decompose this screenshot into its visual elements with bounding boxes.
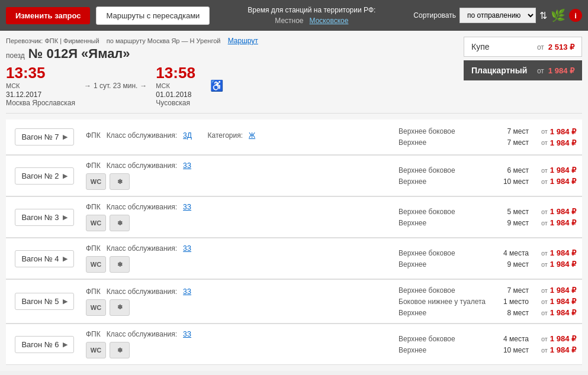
train-number: № 012Я «Ямал» [28,46,130,62]
seat-price-group-5-0: от 1 984 ₽ [529,334,576,343]
class-label-2: Класс обслуживания: [107,203,177,211]
seat-price-group-1-0: от 1 984 ₽ [529,166,576,174]
seat-price-2-1: 1 984 ₽ [550,218,576,227]
seat-type-2-0: Верхнее боковое [399,208,493,216]
wagon-icon-2-0: WC [86,215,106,231]
from-txt-3-1: от [541,261,548,268]
wagon-button-2[interactable]: Вагон № 3 ▶ [15,209,73,226]
class-val-1[interactable]: 3З [183,161,191,170]
seat-price-0-0: 1 984 ₽ [550,127,576,136]
class-val-4[interactable]: 3З [183,287,191,296]
change-request-button[interactable]: Изменить запрос [6,7,90,24]
seat-row: Верхнее 8 мест от 1 984 ₽ [399,308,576,317]
seat-row: Боковое нижнее у туалета 1 место от 1 98… [399,297,576,306]
wagon-carrier-5: ФПК [86,330,101,338]
wagon-row: Вагон № 6 ▶ ФПК Класс обслуживания: 3З W… [6,324,582,365]
wagon-btn-arrow-4: ▶ [63,298,68,305]
wagon-row: Вагон № 5 ▶ ФПК Класс обслуживания: 3З W… [6,280,582,324]
arr-station: Чусовская [156,99,195,107]
from-txt-0-0: от [541,128,548,135]
icons-row-1: WC❄ [86,173,393,190]
seat-price-group-3-1: от 1 984 ₽ [529,260,576,269]
sort-label: Сортировать [413,11,456,20]
seat-row: Верхнее 10 мест от 1 984 ₽ [399,177,576,186]
price-box-label-0: Купе [471,42,490,51]
from-txt-2-0: от [541,208,548,215]
seat-row: Верхнее боковое 7 мест от 1 984 ₽ [399,286,576,295]
class-label-1: Класс обслуживания: [107,161,177,170]
seat-price-group-4-0: от 1 984 ₽ [529,286,576,295]
from-txt-4-1: от [541,298,548,305]
seat-price-1-1: 1 984 ₽ [550,177,576,186]
class-val-0[interactable]: 3Д [183,131,192,140]
from-txt-1-0: от [541,167,548,174]
wagon-button-4[interactable]: Вагон № 5 ▶ [15,293,73,310]
duration-label: 1 сут. 23 мин. [94,82,137,90]
class-label-3: Класс обслуживания: [107,244,177,253]
class-label-0: Класс обслуживания: [107,131,177,140]
wagon-btn-col-5: Вагон № 6 ▶ [6,330,83,358]
icons-row-2: WC❄ [86,215,393,231]
seat-count-4-1: 1 место [493,298,529,306]
seat-count-4-0: 7 мест [493,286,529,295]
dep-station: Москва Ярославская [6,99,75,107]
wagon-icon-2-1: ❄ [110,215,130,231]
seat-price-group-2-0: от 1 984 ₽ [529,207,576,216]
price-box-0[interactable]: Купе от 2 513 ₽ [464,37,582,57]
wagon-btn-label-3: Вагон № 4 [21,254,59,263]
route-label: по маршруту Москва Яр — Н Уренгой [107,37,221,44]
cat-val-0[interactable]: Ж [249,131,255,140]
seats-col-5: Верхнее боковое 4 места от 1 984 ₽ Верхн… [393,330,582,358]
wagon-carrier-2: ФПК [86,203,101,211]
seat-price-group-0-0: от 1 984 ₽ [529,127,576,136]
sort-icon[interactable]: ⇅ [539,10,547,21]
wagon-details-5: ФПК Класс обслуживания: 3З WC❄ [83,330,393,358]
seat-count-1-1: 10 мест [493,177,529,186]
wagon-btn-label-4: Вагон № 5 [21,297,59,306]
seat-row: Верхнее 9 мест от 1 984 ₽ [399,260,576,269]
wagon-button-0[interactable]: Вагон № 7 ▶ [15,128,73,146]
seat-type-5-1: Верхнее [399,346,493,354]
seat-type-1-1: Верхнее [399,177,493,186]
seat-count-5-1: 10 мест [493,346,529,354]
wagon-row: Вагон № 3 ▶ ФПК Класс обслуживания: 3З W… [6,197,582,238]
seat-type-5-0: Верхнее боковое [399,335,493,343]
wagon-btn-arrow-5: ▶ [63,341,68,348]
wagon-btn-col-2: Вагон № 3 ▶ [6,203,83,231]
wagon-button-5[interactable]: Вагон № 6 ▶ [15,336,73,353]
wagon-details-4: ФПК Класс обслуживания: 3З WC❄ [83,286,393,317]
time-moscow-link[interactable]: Московское [310,17,349,25]
wagon-icon-3-0: WC [86,256,106,273]
icons-row-5: WC❄ [86,342,393,358]
class-val-2[interactable]: 3З [183,203,191,211]
class-val-5[interactable]: 3З [183,330,191,338]
seat-type-2-1: Верхнее [399,219,493,227]
routes-with-transfers-button[interactable]: Маршруты с пересадками [96,7,210,25]
wagon-row: Вагон № 2 ▶ ФПК Класс обслуживания: 3З W… [6,156,582,196]
sort-select[interactable]: по отправлению [460,8,536,23]
price-box-1[interactable]: Плацкартный от 1 984 ₽ [464,60,582,80]
wagon-carrier-0: ФПК [86,131,101,140]
wagon-button-3[interactable]: Вагон № 4 ▶ [15,250,73,267]
seat-count-3-0: 4 места [493,249,529,257]
wagon-icon-4-0: WC [86,299,106,316]
wagon-button-1[interactable]: Вагон № 2 ▶ [15,167,73,185]
route-link[interactable]: Маршрут [228,37,258,45]
seat-price-1-0: 1 984 ₽ [550,166,576,174]
wagon-info-line-4: ФПК Класс обслуживания: 3З [86,287,393,296]
carrier-line: Перевозчик: ФПК | Фирменный по маршруту … [6,37,464,45]
seat-price-3-1: 1 984 ₽ [550,260,576,269]
from-txt-3-0: от [541,250,548,257]
seat-type-3-1: Верхнее [399,260,493,269]
class-label-4: Класс обслуживания: [107,287,177,296]
class-val-3[interactable]: 3З [183,244,191,253]
wagon-row: Вагон № 7 ▶ ФПК Класс обслуживания: 3Д К… [6,119,582,155]
wagon-list: Вагон № 7 ▶ ФПК Класс обслуживания: 3Д К… [6,119,582,365]
seat-type-4-1: Боковое нижнее у туалета [399,298,493,306]
wagon-btn-label-1: Вагон № 2 [21,172,59,180]
seat-price-group-0-1: от 1 984 ₽ [529,138,576,147]
price-value-1: 1 984 ₽ [548,66,574,75]
wagon-btn-arrow-0: ▶ [63,133,68,141]
info-icon[interactable]: i [569,9,582,22]
seat-price-5-0: 1 984 ₽ [550,334,576,343]
